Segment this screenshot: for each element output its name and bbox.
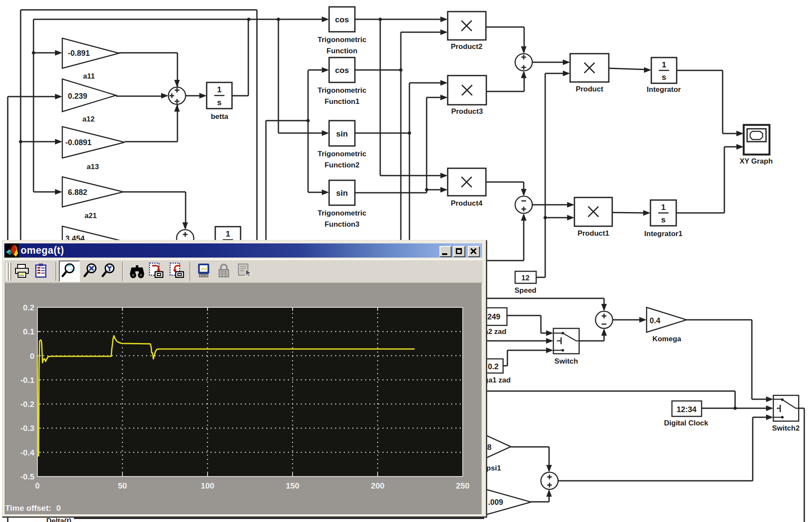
svg-text:-0.5: -0.5 bbox=[20, 472, 34, 481]
svg-text:-0.3: -0.3 bbox=[20, 424, 34, 433]
svg-text:Time offset:: Time offset: bbox=[5, 504, 51, 513]
svg-text:200: 200 bbox=[371, 481, 385, 490]
svg-text:-0.2: -0.2 bbox=[20, 400, 34, 409]
svg-text:0.2: 0.2 bbox=[23, 303, 34, 312]
svg-text:0: 0 bbox=[35, 481, 40, 490]
svg-text:-0.4: -0.4 bbox=[20, 448, 34, 457]
svg-text:100: 100 bbox=[201, 481, 214, 490]
svg-text:150: 150 bbox=[286, 481, 299, 490]
svg-text:0: 0 bbox=[56, 504, 61, 513]
svg-text:250: 250 bbox=[456, 481, 470, 490]
svg-text:0: 0 bbox=[30, 352, 34, 361]
svg-text:0.1: 0.1 bbox=[23, 327, 35, 336]
svg-text:-0.1: -0.1 bbox=[20, 376, 34, 385]
svg-text:50: 50 bbox=[118, 481, 127, 490]
